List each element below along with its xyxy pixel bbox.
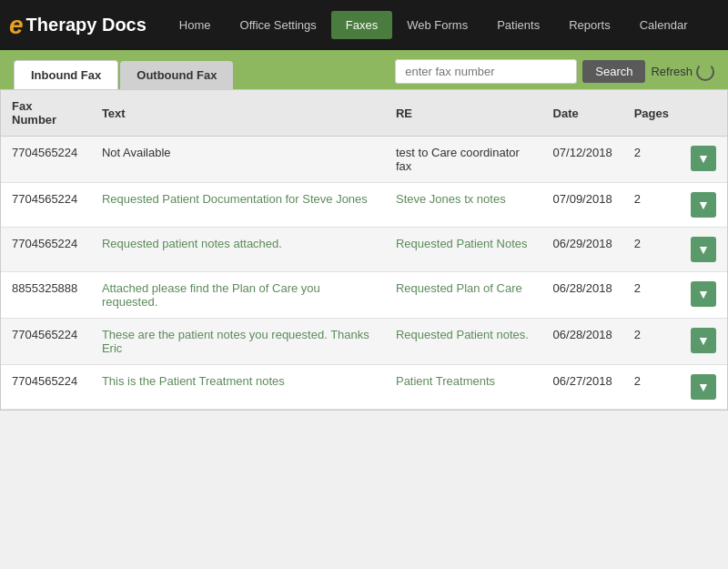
action-cell: ▼ [680, 137, 727, 183]
refresh-button[interactable]: Refresh [651, 63, 714, 81]
fax-table: Fax Number Text RE Date Pages 7704565224… [1, 90, 727, 410]
tabs-bar: Inbound Fax Outbound Fax Search Refresh [0, 50, 728, 89]
col-pages: Pages [623, 90, 680, 137]
pages-cell: 2 [623, 319, 680, 365]
nav-calendar[interactable]: Calendar [625, 11, 703, 39]
pages-cell: 2 [623, 228, 680, 272]
fax-number-cell: 7704565224 [1, 137, 91, 183]
col-fax-number: Fax Number [1, 90, 91, 137]
re-cell: Requested Patient Notes [385, 228, 542, 272]
fax-number-cell: 7704565224 [1, 319, 91, 365]
table-row: 7704565224 Not Available test to Care co… [1, 137, 727, 183]
search-button[interactable]: Search [582, 60, 645, 83]
text-cell: Requested patient notes attached. [91, 228, 385, 272]
date-cell: 07/09/2018 [542, 183, 623, 228]
action-cell: ▼ [680, 183, 727, 228]
table-header-row: Fax Number Text RE Date Pages [1, 90, 727, 137]
fax-number-cell: 7704565224 [1, 183, 91, 228]
logo: e Therapy Docs [9, 11, 147, 40]
text-cell: This is the Patient Treatment notes [91, 365, 385, 410]
tab-inbound-fax[interactable]: Inbound Fax [14, 60, 118, 89]
row-action-button[interactable]: ▼ [691, 328, 716, 353]
text-cell: Attached please find the Plan of Care yo… [91, 272, 385, 319]
refresh-icon [696, 63, 714, 81]
col-text: Text [91, 90, 385, 137]
re-cell: Steve Jones tx notes [385, 183, 542, 228]
row-action-button[interactable]: ▼ [691, 146, 716, 171]
pages-cell: 2 [623, 272, 680, 319]
text-cell: Requested Patient Documentation for Stev… [91, 183, 385, 228]
tab-group: Inbound Fax Outbound Fax [14, 60, 235, 89]
fax-number-cell: 7704565224 [1, 228, 91, 272]
pages-cell: 2 [623, 365, 680, 410]
date-cell: 06/27/2018 [542, 365, 623, 410]
col-action [680, 90, 727, 137]
action-cell: ▼ [680, 228, 727, 272]
text-cell: These are the patient notes you requeste… [91, 319, 385, 365]
pages-cell: 2 [623, 137, 680, 183]
table-row: 7704565224 This is the Patient Treatment… [1, 365, 727, 410]
nav-patients[interactable]: Patients [482, 11, 554, 39]
nav-web-forms[interactable]: Web Forms [392, 11, 482, 39]
col-re: RE [385, 90, 542, 137]
search-area: Search Refresh [395, 59, 714, 89]
logo-e: e [9, 11, 24, 40]
logo-text: Therapy Docs [26, 15, 147, 36]
fax-search-input[interactable] [395, 59, 577, 84]
re-cell: Patient Treatments [385, 365, 542, 410]
re-cell: Requested Patient notes. [385, 319, 542, 365]
fax-number-cell: 8855325888 [1, 272, 91, 319]
action-cell: ▼ [680, 272, 727, 319]
table-row: 8855325888 Attached please find the Plan… [1, 272, 727, 319]
row-action-button[interactable]: ▼ [691, 374, 716, 400]
text-cell: Not Available [91, 137, 385, 183]
nav-faxes[interactable]: Faxes [331, 11, 392, 39]
date-cell: 06/28/2018 [542, 272, 623, 319]
nav-reports[interactable]: Reports [554, 11, 625, 39]
re-cell: test to Care coordinator fax [385, 137, 542, 183]
date-cell: 07/12/2018 [542, 137, 623, 183]
fax-number-cell: 7704565224 [1, 365, 91, 410]
col-date: Date [542, 90, 623, 137]
tab-outbound-fax[interactable]: Outbound Fax [120, 61, 233, 89]
nav-bar: e Therapy Docs Home Office Settings Faxe… [0, 0, 728, 50]
row-action-button[interactable]: ▼ [691, 281, 716, 307]
date-cell: 06/29/2018 [542, 228, 623, 272]
action-cell: ▼ [680, 319, 727, 365]
table-row: 7704565224 Requested patient notes attac… [1, 228, 727, 272]
nav-home[interactable]: Home [165, 11, 226, 39]
refresh-label: Refresh [651, 65, 693, 78]
date-cell: 06/28/2018 [542, 319, 623, 365]
fax-table-container: Fax Number Text RE Date Pages 7704565224… [0, 89, 728, 411]
table-row: 7704565224 Requested Patient Documentati… [1, 183, 727, 228]
table-row: 7704565224 These are the patient notes y… [1, 319, 727, 365]
row-action-button[interactable]: ▼ [691, 237, 716, 262]
row-action-button[interactable]: ▼ [691, 192, 716, 218]
pages-cell: 2 [623, 183, 680, 228]
re-cell: Requested Plan of Care [385, 272, 542, 319]
main-nav: Home Office Settings Faxes Web Forms Pat… [165, 11, 703, 39]
nav-office-settings[interactable]: Office Settings [226, 11, 331, 39]
action-cell: ▼ [680, 365, 727, 410]
